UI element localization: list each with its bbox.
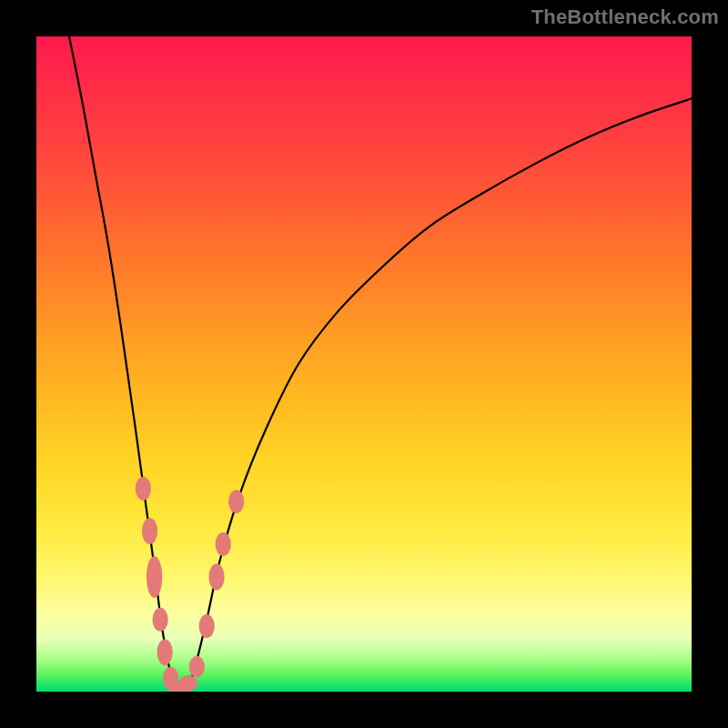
curve-marker <box>199 614 215 638</box>
curve-marker <box>152 608 167 632</box>
curve-marker <box>142 518 157 544</box>
curve-marker <box>208 564 224 591</box>
curve-marker <box>216 532 231 556</box>
plot-area <box>36 36 692 692</box>
curve-marker <box>147 556 162 598</box>
curve-marker <box>179 675 197 691</box>
bottleneck-curve <box>69 36 692 692</box>
curve-marker <box>136 477 151 500</box>
curve-marker <box>157 639 172 665</box>
curve-markers <box>136 477 245 692</box>
attribution-label: TheBottleneck.com <box>531 5 719 29</box>
curve-marker <box>228 490 244 513</box>
chart-svg <box>36 36 692 692</box>
chart-frame: TheBottleneck.com <box>0 0 728 728</box>
curve-marker <box>189 656 205 677</box>
